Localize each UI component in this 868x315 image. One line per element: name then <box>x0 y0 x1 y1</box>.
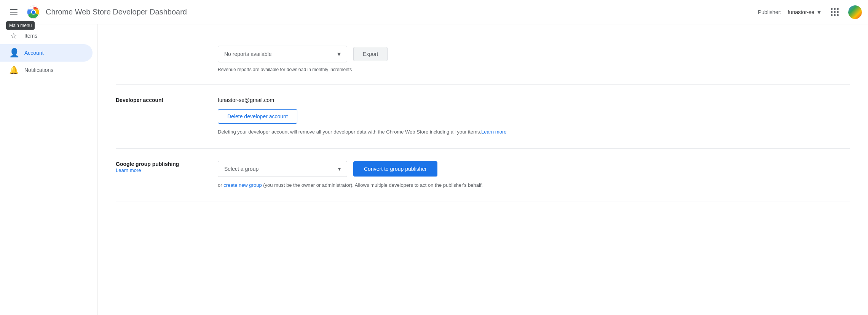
app-subtitle: Developer Dashboard <box>111 8 187 16</box>
menu-button[interactable] <box>6 5 21 20</box>
revenue-section: No reports available ▾ Export Revenue re… <box>116 33 850 85</box>
header: Main menu Chrome Web Stor <box>0 0 868 24</box>
group-publishing-learn-more-link[interactable]: Learn more <box>116 167 141 173</box>
group-hint-text: or create new group (you must be the own… <box>218 181 507 189</box>
app-name: Chrome Web Store <box>46 8 111 16</box>
group-publishing-section: Google group publishing Learn more Selec… <box>116 149 850 202</box>
group-chevron-icon: ▾ <box>338 166 341 172</box>
avatar-image <box>848 5 862 19</box>
publisher-dropdown[interactable]: funastor-se ▾ <box>788 8 821 16</box>
main-content: No reports available ▾ Export Revenue re… <box>97 24 868 315</box>
apps-button[interactable] <box>827 5 842 20</box>
group-dropdown-placeholder: Select a group <box>224 166 258 172</box>
reports-chevron-icon: ▾ <box>337 50 341 58</box>
sidebar-item-notifications-label: Notifications <box>24 67 53 73</box>
developer-account-content: funastor-se@gmail.com Delete developer a… <box>218 97 507 136</box>
delete-developer-account-button[interactable]: Delete developer account <box>218 109 297 124</box>
sidebar-item-items-label: Items <box>24 33 37 39</box>
revenue-section-label <box>116 46 199 72</box>
developer-account-section-label: Developer account <box>116 97 199 136</box>
apps-icon <box>831 8 839 16</box>
sidebar-item-account-label: Account <box>24 50 44 56</box>
menu-tooltip-label: Main menu <box>6 21 35 30</box>
group-row: Select a group ▾ Convert to group publis… <box>218 161 507 177</box>
sidebar-item-account[interactable]: 👤 Account <box>0 44 93 62</box>
header-left: Main menu Chrome Web Stor <box>6 5 758 20</box>
group-publishing-content: Select a group ▾ Convert to group publis… <box>218 161 507 189</box>
create-new-group-link[interactable]: create new group <box>223 182 262 188</box>
avatar[interactable] <box>848 5 862 19</box>
publisher-chevron-icon: ▾ <box>817 8 821 16</box>
convert-to-group-publisher-button[interactable]: Convert to group publisher <box>353 161 437 177</box>
notifications-icon: 🔔 <box>9 65 18 75</box>
group-hint-suffix: (you must be the owner or administrator)… <box>262 182 483 188</box>
delete-description-text: Deleting your developer account will rem… <box>218 129 481 135</box>
header-title: Chrome Web Store Developer Dashboard <box>46 8 187 16</box>
reports-dropdown[interactable]: No reports available ▾ <box>218 46 347 62</box>
sidebar-item-items[interactable]: ☆ Items <box>0 27 93 44</box>
developer-account-section: Developer account funastor-se@gmail.com … <box>116 85 850 149</box>
group-select-dropdown[interactable]: Select a group ▾ <box>218 161 347 177</box>
sidebar-item-notifications[interactable]: 🔔 Notifications <box>0 62 93 78</box>
delete-description: Deleting your developer account will rem… <box>218 128 507 136</box>
developer-account-label-title: Developer account <box>116 97 199 103</box>
publisher-name: funastor-se <box>788 9 814 15</box>
delete-learn-more-link[interactable]: Learn more <box>481 129 506 135</box>
export-button: Export <box>353 47 388 61</box>
sidebar: ☆ Items 👤 Account 🔔 Notifications <box>0 24 97 315</box>
svg-point-3 <box>32 10 35 14</box>
menu-tooltip-container: Main menu <box>6 5 21 20</box>
developer-email: funastor-se@gmail.com <box>218 97 507 103</box>
items-icon: ☆ <box>9 31 18 40</box>
report-row: No reports available ▾ Export <box>218 46 507 62</box>
chrome-logo-icon <box>26 5 41 20</box>
layout: ☆ Items 👤 Account 🔔 Notifications No rep… <box>0 24 868 315</box>
group-hint-prefix: or <box>218 182 223 188</box>
header-right: Publisher: funastor-se ▾ <box>758 5 862 20</box>
revenue-hint: Revenue reports are available for downlo… <box>218 67 507 72</box>
reports-dropdown-value: No reports available <box>224 51 272 57</box>
publisher-label: Publisher: <box>758 9 782 15</box>
revenue-section-content: No reports available ▾ Export Revenue re… <box>218 46 507 72</box>
account-icon: 👤 <box>9 48 18 58</box>
group-publishing-label-title: Google group publishing <box>116 161 199 167</box>
group-publishing-section-label: Google group publishing Learn more <box>116 161 199 189</box>
